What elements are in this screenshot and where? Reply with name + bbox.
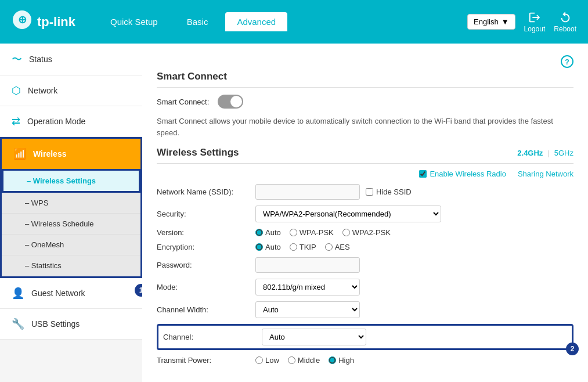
reboot-button[interactable]: Reboot xyxy=(554,11,576,33)
sidebar-item-guest-network[interactable]: 👤 Guest Network xyxy=(0,278,142,309)
sidebar-label-wireless: Wireless xyxy=(33,149,66,158)
channel-row: Channel: Auto 2 xyxy=(157,324,573,350)
freq-tabs: 2.4GHz | 5GHz xyxy=(517,149,573,157)
wireless-settings-title: Wireless Settings xyxy=(157,147,239,158)
mode-label: Mode: xyxy=(157,283,250,291)
transmit-power-radio-group: Low Middle High xyxy=(255,356,354,365)
channel-label: Channel: xyxy=(163,333,256,341)
ssid-input[interactable] xyxy=(255,184,360,200)
operation-mode-icon: ⇄ xyxy=(12,115,20,128)
chevron-down-icon: ▼ xyxy=(502,17,509,26)
status-icon: 〜 xyxy=(12,52,22,66)
sidebar-label-status: Status xyxy=(29,55,52,64)
freq-tab-24ghz[interactable]: 2.4GHz xyxy=(517,149,543,157)
enable-wireless-checkbox[interactable] xyxy=(419,170,427,178)
language-label: English xyxy=(474,17,499,26)
form-row-mode: Mode: 802.11b/g/n mixed xyxy=(157,279,573,295)
sidebar-label-guest-network: Guest Network xyxy=(31,289,85,298)
sidebar-label-network: Network xyxy=(28,86,57,95)
sidebar-item-status[interactable]: 〜 Status xyxy=(0,44,142,75)
smart-connect-desc: Smart Connect allows your mobile device … xyxy=(157,116,573,138)
smart-connect-section: Smart Connect Smart Connect: Smart Conne… xyxy=(157,71,573,138)
wireless-controls-row: Enable Wireless Radio Sharing Network xyxy=(157,170,573,178)
channel-select[interactable]: Auto xyxy=(262,329,366,345)
help-icon[interactable]: ? xyxy=(561,55,573,68)
nav-tabs: Quick Setup Basic Advanced xyxy=(99,12,467,31)
sidebar-sub-wps[interactable]: – WPS xyxy=(2,193,140,214)
transmit-power-label: Transmit Power: xyxy=(157,356,250,365)
smart-connect-toggle[interactable] xyxy=(218,95,243,109)
form-row-password: Password: xyxy=(157,257,573,273)
version-wpa-psk[interactable]: WPA-PSK xyxy=(290,228,334,237)
nav-tab-basic[interactable]: Basic xyxy=(175,12,220,31)
logout-button[interactable]: Logout xyxy=(524,11,546,33)
transmit-high[interactable]: High xyxy=(329,356,354,365)
sidebar-sub-wireless-schedule[interactable]: – Wireless Schedule xyxy=(2,214,140,235)
password-input[interactable] xyxy=(255,257,360,273)
sharing-network-link[interactable]: Sharing Network xyxy=(518,170,573,178)
hide-ssid-label: Hide SSID xyxy=(376,188,412,196)
transmit-middle[interactable]: Middle xyxy=(288,356,320,365)
annotation-2-badge: 2 xyxy=(566,343,579,355)
svg-text:⊕: ⊕ xyxy=(18,14,27,26)
smart-connect-title: Smart Connect xyxy=(157,71,573,88)
network-icon: ⬡ xyxy=(12,84,21,97)
wireless-icon: 📶 xyxy=(13,147,26,160)
sidebar-label-usb-settings: USB Settings xyxy=(31,319,80,329)
wireless-settings-header: Wireless Settings 2.4GHz | 5GHz xyxy=(157,147,573,164)
logo-area: ⊕ tp-link xyxy=(12,9,75,34)
usb-settings-icon: 🔧 xyxy=(12,318,24,330)
main-layout: 〜 Status ⬡ Network ⇄ Operation Mode 📶 Wi… xyxy=(0,44,588,382)
form-row-encryption: Encryption: Auto TKIP AES xyxy=(157,243,573,251)
hide-ssid-row: Hide SSID xyxy=(366,188,412,196)
version-radio-group: Auto WPA-PSK WPA2-PSK xyxy=(255,228,391,237)
header-right: English ▼ Logout Reboot xyxy=(467,11,576,33)
guest-network-icon: 👤 xyxy=(12,287,24,300)
content-area: ? Smart Connect Smart Connect: Smart Con… xyxy=(142,44,588,382)
logo-icon: ⊕ xyxy=(12,9,33,34)
sidebar-item-wireless[interactable]: 📶 Wireless xyxy=(2,139,140,169)
form-row-channel-width: Channel Width: Auto xyxy=(157,301,573,318)
encryption-tkip[interactable]: TKIP xyxy=(290,243,316,251)
nav-tab-quick-setup[interactable]: Quick Setup xyxy=(99,12,169,31)
encryption-label: Encryption: xyxy=(157,243,250,251)
wireless-settings-section: Wireless Settings 2.4GHz | 5GHz Enable W… xyxy=(157,147,573,365)
language-select[interactable]: English ▼ xyxy=(467,14,515,30)
sidebar: 〜 Status ⬡ Network ⇄ Operation Mode 📶 Wi… xyxy=(0,44,142,382)
sidebar-sub-statistics[interactable]: – Statistics xyxy=(2,255,140,276)
encryption-radio-group: Auto TKIP AES xyxy=(255,243,350,251)
sidebar-label-operation-mode: Operation Mode xyxy=(27,117,85,126)
sidebar-item-usb-settings[interactable]: 🔧 USB Settings xyxy=(0,309,142,340)
smart-connect-row: Smart Connect: xyxy=(157,95,573,109)
security-label: Security: xyxy=(157,210,250,218)
sidebar-item-operation-mode[interactable]: ⇄ Operation Mode xyxy=(0,106,142,137)
sidebar-item-network[interactable]: ⬡ Network xyxy=(0,75,142,106)
wireless-subitems: – Wireless Settings – WPS – Wireless Sch… xyxy=(2,169,140,276)
nav-tab-advanced[interactable]: Advanced xyxy=(225,12,287,31)
sidebar-sub-onemesh[interactable]: – OneMesh xyxy=(2,235,140,255)
version-auto[interactable]: Auto xyxy=(255,228,281,237)
channel-width-select[interactable]: Auto xyxy=(255,301,360,318)
security-select[interactable]: WPA/WPA2-Personal(Recommended) xyxy=(255,206,441,222)
form-row-transmit-power: Transmit Power: Low Middle High xyxy=(157,356,573,365)
form-row-version: Version: Auto WPA-PSK WPA2-PSK xyxy=(157,228,573,237)
encryption-aes[interactable]: AES xyxy=(325,243,350,251)
enable-wireless-label[interactable]: Enable Wireless Radio xyxy=(419,170,506,178)
freq-separator: | xyxy=(547,149,549,157)
transmit-low[interactable]: Low xyxy=(255,356,279,365)
mode-select[interactable]: 802.11b/g/n mixed xyxy=(255,279,360,295)
freq-tab-5ghz[interactable]: 5GHz xyxy=(554,149,573,157)
version-label: Version: xyxy=(157,228,250,237)
version-wpa2-psk[interactable]: WPA2-PSK xyxy=(342,228,391,237)
header: ⊕ tp-link Quick Setup Basic Advanced Eng… xyxy=(0,0,588,44)
password-label: Password: xyxy=(157,261,250,269)
ssid-label: Network Name (SSID): xyxy=(157,188,250,196)
logo-text: tp-link xyxy=(37,15,75,30)
form-row-ssid: Network Name (SSID): Hide SSID xyxy=(157,184,573,200)
hide-ssid-checkbox[interactable] xyxy=(366,188,373,196)
encryption-auto[interactable]: Auto xyxy=(255,243,281,251)
smart-connect-label: Smart Connect: xyxy=(157,98,209,106)
form-row-security: Security: WPA/WPA2-Personal(Recommended) xyxy=(157,206,573,222)
channel-width-label: Channel Width: xyxy=(157,305,250,314)
sidebar-sub-wireless-settings[interactable]: – Wireless Settings xyxy=(2,169,140,193)
